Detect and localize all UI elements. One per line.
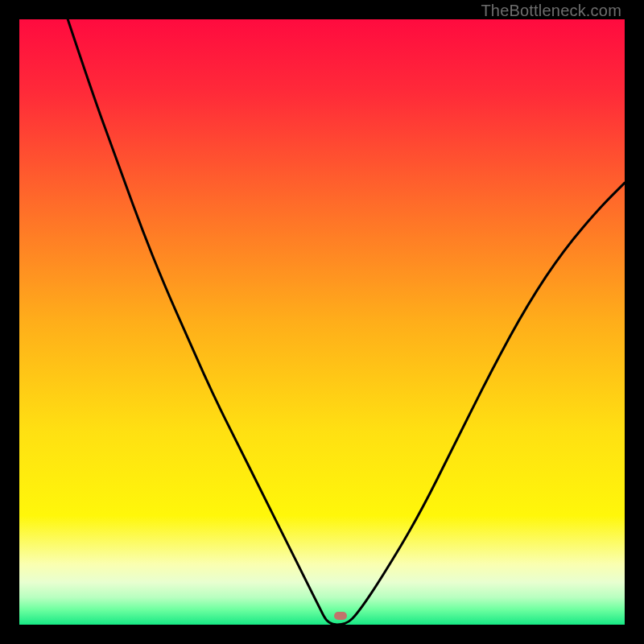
bottleneck-curve bbox=[68, 19, 625, 625]
curve-layer bbox=[19, 19, 625, 625]
chart-frame: TheBottleneck.com bbox=[0, 0, 644, 644]
watermark-text: TheBottleneck.com bbox=[481, 2, 621, 20]
plot-area bbox=[19, 19, 625, 625]
valley-marker bbox=[334, 612, 347, 620]
